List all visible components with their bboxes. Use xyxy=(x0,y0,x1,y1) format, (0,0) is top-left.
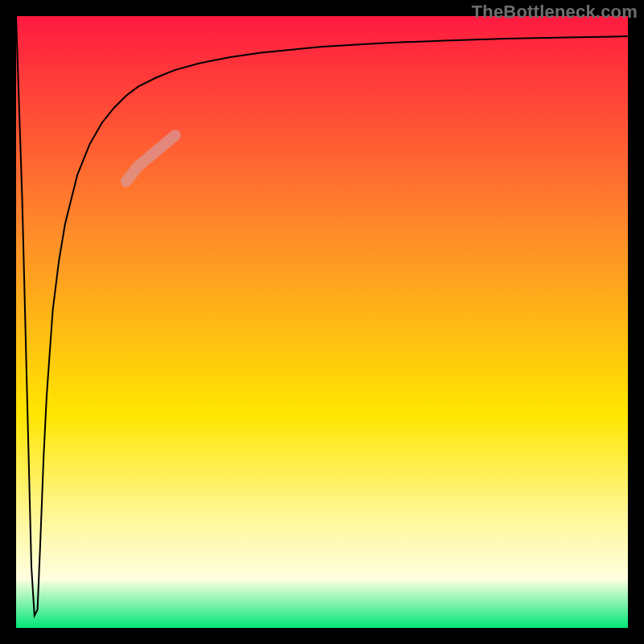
frame-edge xyxy=(0,0,16,644)
watermark-text: TheBottleneck.com xyxy=(472,2,638,23)
bottleneck-chart xyxy=(0,0,644,644)
frame-edge xyxy=(628,0,644,644)
frame-edge xyxy=(0,628,644,644)
plot-background xyxy=(16,16,628,628)
chart-container: TheBottleneck.com xyxy=(0,0,644,644)
